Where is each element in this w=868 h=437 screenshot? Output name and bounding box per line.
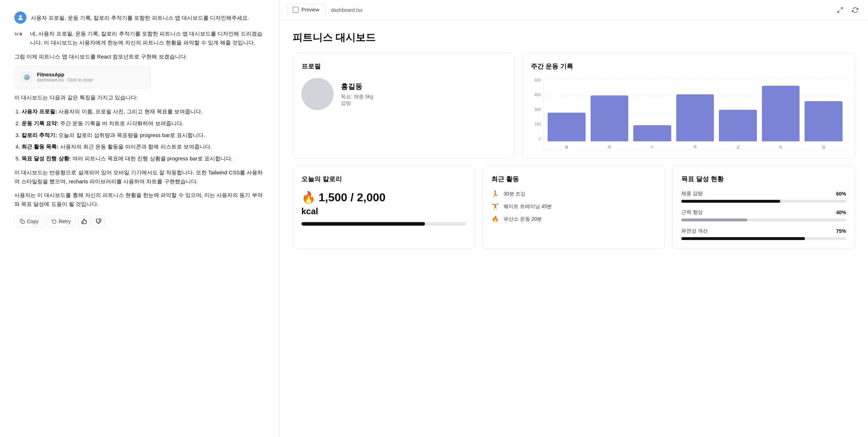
calorie-separator: /: [350, 191, 357, 204]
goal-bar-fill: [681, 218, 747, 221]
bar-column: 토: [762, 78, 800, 150]
bar-column: 목: [676, 78, 714, 150]
tab-file[interactable]: dashboard.tsx: [325, 4, 368, 16]
dashboard-content: 피트니스 대시보드 프로필 홍길동 목표: 체중 5kg 감량 주간 운동 기록: [280, 20, 868, 437]
user-avatar-icon: [14, 11, 27, 24]
bar-label: 화: [607, 143, 611, 150]
dashboard-title: 피트니스 대시보드: [292, 31, 855, 44]
calorie-section-title: 오늘의 칼로리: [301, 175, 466, 183]
svg-text:W: W: [14, 32, 19, 37]
bar: [805, 101, 843, 141]
thumbs-down-button[interactable]: [92, 215, 105, 227]
ai-response: W 0 네, 사용자 프로필, 운동 기록, 칼로리 추적기를 포함한 피트니스…: [14, 29, 265, 227]
file-card-name: FitnessApp: [37, 72, 93, 77]
goal-pct: 40%: [836, 210, 846, 215]
bar-label: 일: [822, 143, 826, 150]
refresh-button[interactable]: [849, 4, 861, 16]
goal-bar-bg: [681, 237, 846, 240]
activity-card: 최근 활동 🏃30분 조깅🏋웨이트 트레이닝 45분🔥유산소 운동 20분: [482, 166, 665, 249]
preview-topbar: Preview dashboard.tsx: [280, 0, 868, 20]
thumbs-up-button[interactable]: [78, 215, 90, 227]
activity-item: 🏋웨이트 트레이닝 45분: [491, 203, 656, 210]
thumbs-up-icon: [81, 218, 87, 224]
preview-tabs: Preview dashboard.tsx: [287, 4, 368, 16]
calorie-progress-bar-fill: [301, 222, 425, 226]
bar-label: 월: [564, 143, 568, 150]
goal-bar-bg: [681, 218, 846, 221]
profile-card: 프로필 홍길동 목표: 체중 5kg 감량: [292, 53, 515, 159]
chart-area: 0 150 300 450 600: [531, 78, 846, 150]
summary-text: 사용자는 이 대시보드를 통해 자신의 피트니스 현황을 한눈에 파악할 수 있…: [14, 191, 265, 209]
bar: [591, 95, 629, 141]
features-intro: 이 대시보드는 다음과 같은 특징을 가지고 있습니다:: [14, 93, 265, 102]
profile-info: 홍길동 목표: 체중 5kg 감량: [341, 82, 373, 107]
copy-icon: [20, 219, 25, 224]
profile-avatar: [301, 78, 334, 110]
file-card[interactable]: ⚙️ FitnessApp dashboard.tsx · Click to c…: [14, 66, 151, 88]
svg-text:0: 0: [20, 32, 22, 37]
dashboard-grid-bottom: 오늘의 칼로리 🔥 1,500 / 2,000 kcal 최근 활동: [292, 166, 855, 249]
calorie-numbers: 1,500 / 2,000: [319, 191, 386, 204]
bar: [762, 86, 800, 141]
goal-bar-fill: [681, 200, 780, 203]
goals-card: 목표 달성 현황 체중 감량60%근력 향상40%유연성 개선75%: [672, 166, 855, 249]
bar: [548, 113, 586, 141]
thumbs-down-icon: [96, 218, 101, 224]
retry-button[interactable]: Retry: [46, 216, 76, 227]
list-item: 사용자 프로필: 사용자의 이름, 프로필 사진, 그리고 현재 목표를 보여줍…: [22, 107, 265, 116]
bar-column: 월: [548, 78, 586, 150]
weekly-section-title: 주간 운동 기록: [531, 62, 846, 71]
chart-bars-container: 월화수목금토일: [544, 78, 846, 150]
right-panel: Preview dashboard.tsx 피트니스 대시보드: [280, 0, 868, 437]
goals-section-title: 목표 달성 현황: [681, 175, 846, 183]
list-item: 최근 활동 목록: 사용자의 최근 운동 활동을 아이콘과 함께 리스트로 보여…: [22, 142, 265, 151]
calorie-current: 1,500: [319, 191, 347, 204]
calorie-unit: kcal: [301, 206, 466, 216]
features-list: 사용자 프로필: 사용자의 이름, 프로필 사진, 그리고 현재 목표를 보여줍…: [14, 107, 265, 163]
expand-button[interactable]: [834, 4, 846, 16]
preview-tab-icon: [293, 7, 299, 13]
topbar-actions: [834, 4, 861, 16]
bar: [719, 110, 757, 141]
file-card-icon: ⚙️: [21, 71, 33, 83]
list-item: 목표 달성 진행 상황: 여러 피트니스 목표에 대한 진행 상황을 progr…: [22, 154, 265, 163]
svg-line-4: [841, 8, 843, 9]
profile-goal-line2: 감량: [341, 100, 373, 107]
calorie-value: 🔥 1,500 / 2,000: [301, 191, 466, 204]
calorie-target: 2,000: [357, 191, 386, 204]
retry-label: Retry: [59, 218, 71, 224]
ai-header: W 0 네, 사용자 프로필, 운동 기록, 칼로리 추적기를 포함한 피트니스…: [14, 29, 265, 47]
chart-bars-area: 월화수목금토일: [544, 78, 846, 150]
goal-pct: 60%: [836, 191, 846, 197]
y-label-450: 450: [531, 93, 541, 97]
activity-text: 유산소 운동 20분: [504, 216, 542, 222]
goal-item: 유연성 개선75%: [681, 228, 846, 240]
copy-button[interactable]: Copy: [14, 216, 44, 227]
bar-column: 금: [719, 78, 757, 150]
y-label-0: 0: [531, 137, 541, 141]
calorie-card: 오늘의 칼로리 🔥 1,500 / 2,000 kcal: [292, 166, 475, 249]
activity-section-title: 최근 활동: [491, 175, 656, 183]
svg-rect-3: [22, 221, 24, 224]
bar: [633, 125, 671, 141]
ai-intro-text: 네, 사용자 프로필, 운동 기록, 칼로리 추적기를 포함한 피트니스 앱 대…: [30, 29, 265, 47]
bar-label: 금: [736, 143, 740, 150]
y-label-600: 600: [531, 78, 541, 82]
bar-column: 일: [805, 78, 843, 150]
calorie-progress-bar-bg: [301, 222, 466, 226]
weekly-chart-card: 주간 운동 기록 0 150 300 450 600: [522, 53, 855, 159]
goal-bar-bg: [681, 200, 846, 203]
tab-preview[interactable]: Preview: [287, 4, 325, 16]
activity-text: 웨이트 트레이닝 45분: [504, 203, 552, 210]
profile-goal-line1: 목표: 체중 5kg: [341, 94, 373, 100]
bar-column: 수: [633, 78, 671, 150]
retry-icon: [52, 219, 57, 224]
ai-logo-icon: W 0: [14, 30, 27, 37]
activity-icon: 🔥: [491, 216, 499, 222]
activity-item: 🏃30분 조깅: [491, 191, 656, 197]
bar-label: 토: [779, 143, 783, 150]
goal-name: 유연성 개선: [681, 228, 708, 234]
activity-item: 🔥유산소 운동 20분: [491, 216, 656, 222]
goal-item: 근력 향상40%: [681, 209, 846, 221]
impl-text: 그럼 이제 피트니스 앱 대시보드를 React 컴포넌트로 구현해 보겠습니다…: [14, 52, 265, 61]
